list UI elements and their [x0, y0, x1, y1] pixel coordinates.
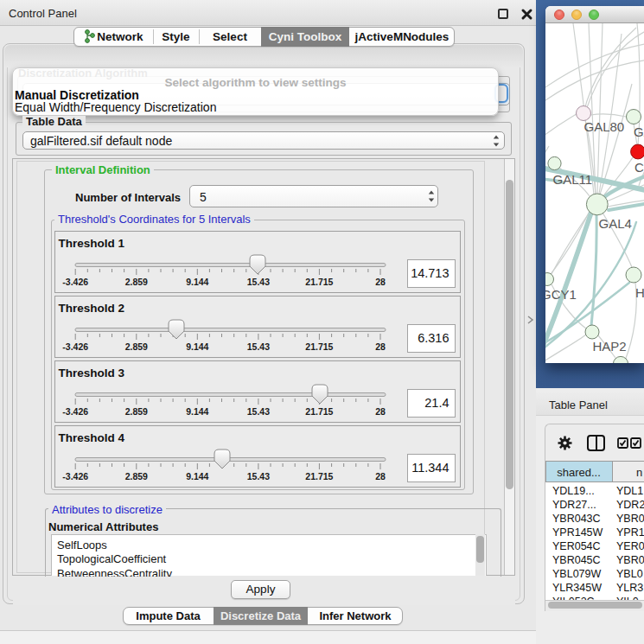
- svg-text:28: 28: [375, 406, 386, 417]
- svg-text:15.43: 15.43: [247, 341, 270, 352]
- svg-text:2.859: 2.859: [125, 341, 148, 352]
- svg-text:15.43: 15.43: [247, 406, 270, 417]
- svg-text:28: 28: [375, 341, 386, 352]
- svg-text:21.715: 21.715: [305, 277, 333, 287]
- svg-text:9.144: 9.144: [186, 471, 208, 481]
- svg-text:-3.426: -3.426: [62, 471, 88, 481]
- svg-text:28: 28: [375, 471, 386, 481]
- svg-text:2.859: 2.859: [125, 471, 148, 481]
- svg-text:21.715: 21.715: [305, 471, 333, 481]
- svg-text:-3.426: -3.426: [62, 406, 88, 417]
- svg-text:15.43: 15.43: [247, 277, 270, 287]
- svg-text:9.144: 9.144: [186, 341, 208, 352]
- svg-text:GAL4: GAL4: [599, 216, 632, 231]
- svg-text:GA: GA: [634, 124, 644, 139]
- svg-text:9.144: 9.144: [186, 277, 208, 287]
- svg-text:-3.426: -3.426: [62, 277, 88, 287]
- svg-text:21.715: 21.715: [305, 341, 333, 352]
- svg-text:-3.426: -3.426: [62, 341, 88, 352]
- svg-text:GAL11: GAL11: [553, 172, 593, 187]
- svg-text:HAP2: HAP2: [592, 339, 626, 354]
- svg-text:2.859: 2.859: [125, 406, 148, 417]
- svg-text:2.859: 2.859: [125, 277, 148, 287]
- svg-text:C: C: [634, 160, 644, 175]
- svg-text:21.715: 21.715: [305, 406, 333, 417]
- svg-text:GCY1: GCY1: [545, 287, 577, 302]
- svg-text:9.144: 9.144: [186, 406, 208, 417]
- svg-text:15.43: 15.43: [247, 471, 270, 481]
- svg-text:H: H: [635, 285, 644, 300]
- svg-text:GAL80: GAL80: [584, 119, 625, 134]
- svg-text:28: 28: [375, 277, 386, 287]
